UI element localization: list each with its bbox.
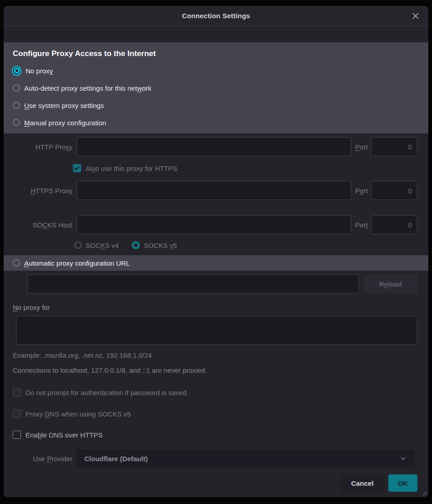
radio-unselected-icon: [74, 242, 82, 249]
auto-url-input[interactable]: [27, 274, 359, 293]
no-proxy-for-label: No proxy for: [13, 303, 428, 311]
radio-unselected-icon: [13, 259, 20, 267]
chevron-down-icon: [400, 455, 407, 462]
titlebar-gap: [4, 26, 428, 42]
radio-unselected-icon: [13, 119, 20, 126]
https-proxy-label: HTTPS Proxy: [4, 187, 77, 195]
proxy-access-section: Configure Proxy Access to the Internet N…: [4, 42, 428, 134]
radio-option-use-system[interactable]: Use system proxy settings: [13, 97, 428, 114]
https-proxy-row: HTTPS Proxy Port: [4, 181, 428, 200]
http-port-input[interactable]: [371, 137, 417, 156]
checkbox-unchecked-icon: [13, 410, 21, 418]
socks-host-input[interactable]: [77, 215, 351, 234]
checkbox-checked-icon: [73, 164, 81, 172]
http-proxy-input[interactable]: [77, 137, 351, 156]
ok-button[interactable]: OK: [388, 474, 417, 492]
close-icon: [411, 12, 420, 20]
proxy-dns-label: Proxy DNS when using SOCKS v5: [26, 410, 131, 418]
radio-label-no-proxy: No proxy: [26, 67, 53, 75]
http-port-label: Port: [355, 143, 368, 151]
socks-v5-label: SOCKS v5: [144, 242, 177, 249]
no-proxy-example-text: Example: .mozilla.org, .net.nz, 192.168.…: [13, 351, 428, 359]
radio-option-manual[interactable]: Manual proxy configuration: [13, 114, 428, 131]
socks-v4-label: SOCKS v4: [86, 242, 119, 249]
radio-selected-icon: [132, 241, 140, 249]
also-https-label: Also use this proxy for HTTPS: [86, 165, 177, 172]
use-provider-label: Use Provider: [4, 455, 77, 463]
dialog-titlebar: Connection Settings: [4, 6, 428, 26]
socks-port-input[interactable]: [371, 215, 417, 234]
https-proxy-input[interactable]: [77, 181, 351, 200]
radio-unselected-icon: [13, 102, 20, 109]
resize-grip-icon[interactable]: [421, 489, 427, 496]
dialog-footer: Cancel OK: [4, 474, 428, 492]
localhost-note-text: Connections to localhost, 127.0.0.1/8, a…: [13, 366, 428, 374]
socks-host-label: SOCKS Host: [4, 221, 77, 229]
socks-v4-radio-row[interactable]: SOCKS v4: [74, 242, 119, 249]
also-https-checkbox-row[interactable]: Also use this proxy for HTTPS: [73, 164, 428, 173]
provider-select[interactable]: Cloudflare (Default): [77, 449, 415, 468]
http-proxy-row: HTTP Proxy Port: [4, 137, 428, 156]
connection-settings-dialog: Connection Settings Configure Proxy Acce…: [4, 6, 428, 497]
radio-selected-icon: [12, 66, 21, 76]
enable-doh-label: Enable DNS over HTTPS: [26, 431, 103, 439]
https-port-label: Port: [355, 187, 368, 195]
provider-row: Use Provider Cloudflare (Default): [4, 449, 428, 468]
no-prompt-checkbox-row[interactable]: Do not prompt for authentication if pass…: [13, 388, 428, 397]
no-prompt-label: Do not prompt for authentication if pass…: [26, 389, 187, 396]
enable-doh-checkbox-row[interactable]: Enable DNS over HTTPS: [13, 430, 428, 439]
provider-select-value: Cloudflare (Default): [84, 455, 148, 463]
proxy-dns-checkbox-row[interactable]: Proxy DNS when using SOCKS v5: [13, 409, 428, 418]
cancel-button[interactable]: Cancel: [340, 474, 384, 492]
radio-option-no-proxy[interactable]: No proxy: [13, 62, 428, 79]
checkbox-unchecked-icon: [13, 388, 21, 396]
https-port-input[interactable]: [371, 181, 417, 200]
radio-unselected-icon: [13, 84, 20, 92]
auto-url-label: Automatic proxy configuration URL: [24, 259, 130, 267]
radio-option-auto-detect[interactable]: Auto-detect proxy settings for this netw…: [13, 79, 428, 97]
radio-label-use-system: Use system proxy settings: [24, 102, 104, 109]
socks-host-row: SOCKS Host Port: [4, 215, 428, 234]
reload-button[interactable]: Reload: [364, 274, 417, 293]
radio-option-auto-url[interactable]: Automatic proxy configuration URL: [4, 255, 428, 271]
checkbox-unchecked-icon: [13, 431, 21, 439]
http-proxy-label: HTTP Proxy: [4, 143, 77, 151]
dialog-title: Connection Settings: [182, 12, 250, 20]
socks-v5-radio-row[interactable]: SOCKS v5: [132, 241, 177, 249]
radio-label-manual: Manual proxy configuration: [24, 119, 106, 127]
auto-url-row: Reload: [4, 274, 428, 293]
radio-label-auto-detect: Auto-detect proxy settings for this netw…: [24, 84, 151, 92]
no-proxy-for-textarea[interactable]: [16, 316, 417, 345]
close-button[interactable]: [409, 10, 422, 22]
socks-port-label: Port: [355, 221, 368, 229]
section-heading: Configure Proxy Access to the Internet: [13, 48, 428, 59]
